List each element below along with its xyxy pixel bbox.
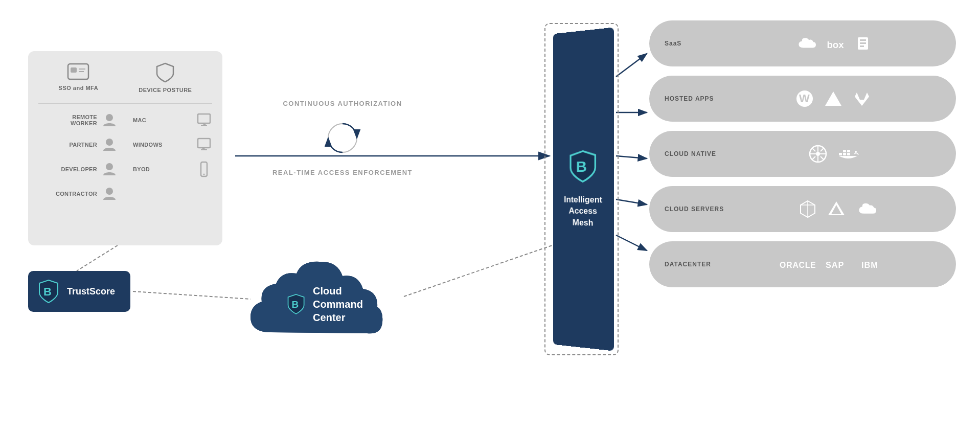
left-panel: SSO and MFA DEVICE POSTURE REMOTEWORKER: [28, 51, 222, 245]
svg-line-49: [821, 148, 824, 151]
svg-line-48: [821, 156, 824, 159]
office-icon: [855, 35, 871, 52]
svg-line-9: [133, 291, 250, 299]
cloud-servers-label: CLOUD SERVERS: [665, 206, 724, 213]
id-card-icon: [65, 61, 91, 82]
device-posture-label: DEVICE POSTURE: [139, 87, 192, 93]
svg-rect-36: [860, 42, 866, 44]
mesh-shield-icon: B: [568, 149, 598, 183]
mesh-label: IntelligentAccessMesh: [564, 194, 602, 229]
svg-rect-22: [198, 139, 210, 148]
azure-icon: [827, 200, 846, 218]
contractor-icon: [101, 186, 118, 202]
hosted-apps-label: HOSTED APPS: [665, 95, 716, 102]
svg-point-26: [203, 174, 205, 175]
svg-point-15: [106, 114, 113, 121]
cloud-command-line1: Cloud: [313, 284, 363, 298]
windows-icon: [196, 136, 212, 153]
sap-icon: SAP: [826, 257, 851, 272]
hosted-apps-icons: W: [726, 89, 941, 108]
gitlab-icon: [853, 89, 871, 108]
panel-header: SSO and MFA DEVICE POSTURE: [38, 61, 212, 93]
realtime-label: REAL-TIME ACCESS ENFORCEMENT: [272, 169, 413, 176]
devices-column: MAC WINDOWS: [133, 112, 212, 202]
continuous-auth-label: CONTINUOUS AUTHORIZATION: [283, 100, 402, 107]
salesforce-icon: [795, 36, 816, 51]
cloud-native-label: CLOUD NATIVE: [665, 150, 716, 157]
middle-area: CONTINUOUS AUTHORIZATION REAL-TIME ACCES…: [245, 61, 440, 215]
svg-line-47: [812, 148, 815, 151]
hosted-apps-box: HOSTED APPS W: [649, 76, 956, 122]
terraform-icon: [799, 200, 817, 218]
jira-icon: [824, 89, 842, 108]
cloud-command-line3: Center: [313, 311, 363, 324]
diagram-container: SSO and MFA DEVICE POSTURE REMOTEWORKER: [0, 0, 980, 433]
partner-icon: [101, 136, 118, 153]
cloud-command-text: Cloud Command Center: [313, 284, 363, 324]
panel-divider: [38, 103, 212, 104]
svg-rect-35: [860, 39, 866, 41]
oracle-icon: ORACLE: [780, 257, 815, 272]
mac-icon: [196, 112, 212, 128]
svg-point-42: [816, 152, 820, 156]
cloud-servers-box: CLOUD SERVERS: [649, 186, 956, 232]
svg-rect-55: [847, 150, 850, 152]
cloud-command-line2: Command: [313, 298, 363, 311]
svg-text:W: W: [799, 92, 810, 105]
svg-text:ORACLE: ORACLE: [780, 261, 815, 269]
sso-mfa-label: SSO and MFA: [59, 85, 99, 91]
svg-rect-12: [71, 67, 77, 73]
svg-line-10: [404, 245, 552, 297]
byod-label: BYOD: [133, 166, 192, 172]
svg-point-16: [106, 139, 113, 146]
users-column: REMOTEWORKER PARTNER DEVELOPER: [38, 112, 118, 202]
svg-point-17: [106, 163, 113, 170]
device-posture-header: DEVICE POSTURE: [139, 61, 192, 93]
svg-line-50: [812, 156, 815, 159]
saas-box: SaaS box: [649, 20, 956, 66]
svg-line-3: [616, 54, 647, 77]
developer-icon: [101, 161, 118, 177]
cycle-arrow-icon: [322, 118, 363, 158]
ibm-icon: IBM: [861, 257, 887, 272]
sso-mfa-header: SSO and MFA: [59, 61, 99, 93]
svg-line-8: [77, 245, 118, 271]
partner-row: PARTNER: [38, 136, 118, 153]
gcp-icon: [856, 201, 876, 217]
datacenter-icons: ORACLE SAP IBM: [726, 257, 941, 272]
wordpress-icon: W: [795, 89, 814, 108]
contractor-label: CONTRACTOR: [38, 191, 97, 197]
svg-text:IBM: IBM: [861, 260, 878, 269]
trustscore-box: B TrustScore: [28, 271, 130, 312]
datacenter-label: DATACENTER: [665, 261, 716, 268]
shield-icon: [154, 61, 176, 84]
svg-rect-37: [860, 45, 864, 47]
svg-rect-19: [198, 114, 210, 123]
partner-label: PARTNER: [38, 142, 97, 148]
kubernetes-icon: [808, 144, 828, 164]
saas-label: SaaS: [665, 40, 716, 47]
svg-line-7: [616, 235, 647, 250]
contractor-row: CONTRACTOR: [38, 186, 118, 202]
mac-label: MAC: [133, 117, 192, 123]
svg-line-6: [616, 199, 647, 204]
cloud-native-box: CLOUD NATIVE: [649, 131, 956, 177]
svg-text:box: box: [827, 39, 844, 50]
svg-text:B: B: [43, 285, 52, 298]
saas-icons: box: [726, 35, 941, 52]
svg-rect-53: [847, 153, 850, 155]
remote-worker-icon: [101, 112, 118, 128]
svg-text:B: B: [291, 299, 299, 310]
remote-worker-row: REMOTEWORKER: [38, 112, 118, 128]
trustscore-label: TrustScore: [67, 286, 115, 297]
svg-point-18: [106, 188, 113, 195]
svg-text:SAP: SAP: [826, 260, 844, 269]
windows-row: WINDOWS: [133, 136, 212, 153]
svg-marker-40: [825, 92, 841, 106]
mesh-panel: B IntelligentAccessMesh: [553, 27, 614, 351]
windows-label: WINDOWS: [133, 142, 192, 148]
svg-rect-54: [843, 150, 846, 152]
resources-area: SaaS box HOSTED AP: [649, 20, 956, 287]
docker-icon: [838, 145, 859, 163]
developer-row: DEVELOPER: [38, 161, 118, 177]
